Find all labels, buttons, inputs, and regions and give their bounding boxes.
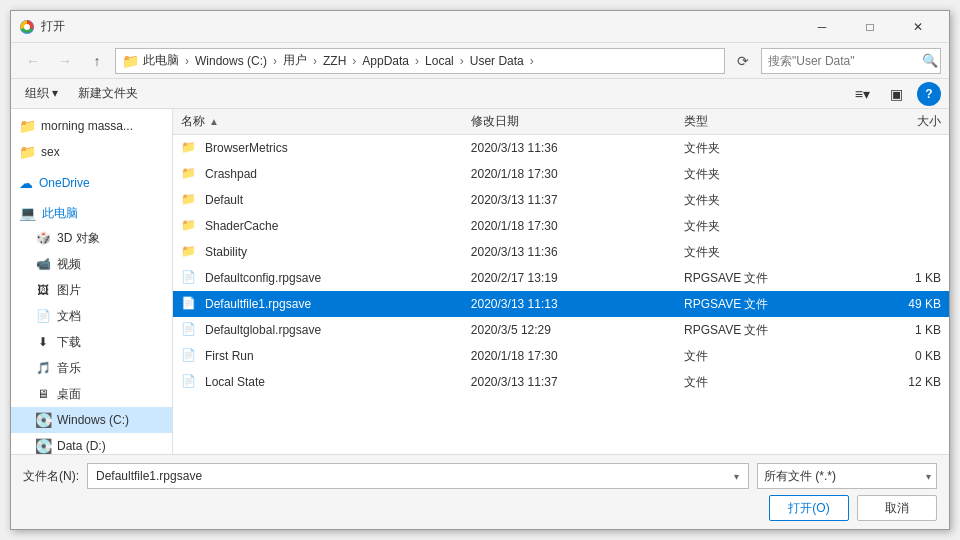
address-part-zzh: ZZH (323, 54, 346, 68)
sidebar-item-videos[interactable]: 📹 视频 (11, 251, 172, 277)
file-row-stability[interactable]: 📁 Stability 2020/3/13 11:36 文件夹 (173, 239, 949, 265)
drive-icon: 💽 (35, 438, 51, 454)
col-header-type[interactable]: 类型 (676, 113, 845, 130)
filename-label: 文件名(N): (23, 468, 79, 485)
filename-row: 文件名(N): ▾ 所有文件 (*.*) ▾ (23, 463, 937, 489)
sidebar-label: sex (41, 145, 60, 159)
folder-icon: 📁 (181, 244, 197, 260)
col-header-size[interactable]: 大小 (845, 113, 949, 130)
video-icon: 📹 (35, 256, 51, 272)
help-button[interactable]: ? (917, 82, 941, 106)
sidebar-item-desktop[interactable]: 🖥 桌面 (11, 381, 172, 407)
sidebar-item-pictures[interactable]: 🖼 图片 (11, 277, 172, 303)
computer-icon: 💻 (19, 205, 36, 221)
file-icon: 📄 (181, 348, 197, 364)
forward-button[interactable]: → (51, 48, 79, 74)
sidebar-item-music[interactable]: 🎵 音乐 (11, 355, 172, 381)
close-button[interactable]: ✕ (895, 11, 941, 43)
open-button[interactable]: 打开(O) (769, 495, 849, 521)
file-row-browsermetrics[interactable]: 📁 BrowserMetrics 2020/3/13 11:36 文件夹 (173, 135, 949, 161)
minimize-button[interactable]: ─ (799, 11, 845, 43)
sidebar-item-3d-objects[interactable]: 🎲 3D 对象 (11, 225, 172, 251)
chrome-icon (19, 19, 35, 35)
sidebar-label: OneDrive (39, 176, 90, 190)
col-header-name[interactable]: 名称 ▲ (173, 113, 463, 130)
sidebar-item-morning-massa[interactable]: 📁 morning massa... (11, 113, 172, 139)
cancel-button[interactable]: 取消 (857, 495, 937, 521)
sidebar-item-onedrive[interactable]: ☁ OneDrive (11, 171, 172, 195)
folder-icon: 📁 (181, 192, 197, 208)
file-row-defaultfile1[interactable]: 📄 Defaultfile1.rpgsave 2020/3/13 11:13 R… (173, 291, 949, 317)
svg-point-2 (24, 24, 30, 30)
organize-button[interactable]: 组织 ▾ (19, 82, 64, 106)
file-row-defaultconfig[interactable]: 📄 Defaultconfig.rpgsave 2020/2/17 13:19 … (173, 265, 949, 291)
folder-icon: 📁 (19, 118, 35, 134)
window-controls: ─ □ ✕ (799, 11, 941, 43)
filetype-select[interactable]: 所有文件 (*.*) (757, 463, 937, 489)
file-icon: 📄 (181, 374, 197, 390)
folder-icon: 📁 (19, 144, 35, 160)
address-part-local: Local (425, 54, 454, 68)
sidebar-label: 图片 (57, 282, 81, 299)
filename-dropdown-button[interactable]: ▾ (723, 463, 749, 489)
filename-input[interactable] (87, 463, 749, 489)
sidebar: 📁 morning massa... 📁 sex ☁ OneDrive 💻 此电… (11, 109, 173, 454)
file-icon: 📄 (181, 270, 197, 286)
new-folder-button[interactable]: 新建文件夹 (72, 82, 144, 106)
download-icon: ⬇ (35, 334, 51, 350)
up-button[interactable]: ↑ (83, 48, 111, 74)
folder-icon: 📁 (181, 140, 197, 156)
file-row-crashpad[interactable]: 📁 Crashpad 2020/1/18 17:30 文件夹 (173, 161, 949, 187)
refresh-button[interactable]: ⟳ (729, 48, 757, 74)
drive-icon: 💽 (35, 412, 51, 428)
file-row-firstrun[interactable]: 📄 First Run 2020/1/18 17:30 文件 0 KB (173, 343, 949, 369)
main-content: 📁 morning massa... 📁 sex ☁ OneDrive 💻 此电… (11, 109, 949, 454)
col-header-date[interactable]: 修改日期 (463, 113, 676, 130)
music-icon: 🎵 (35, 360, 51, 376)
file-row-default[interactable]: 📁 Default 2020/3/13 11:37 文件夹 (173, 187, 949, 213)
3d-icon: 🎲 (35, 230, 51, 246)
sidebar-label: 音乐 (57, 360, 81, 377)
sidebar-item-windows-c[interactable]: 💽 Windows (C:) (11, 407, 172, 433)
address-part-c: Windows (C:) (195, 54, 267, 68)
address-part-pc: 此电脑 (143, 52, 179, 69)
sidebar-item-data-d[interactable]: 💽 Data (D:) (11, 433, 172, 454)
picture-icon: 🖼 (35, 282, 51, 298)
back-button[interactable]: ← (19, 48, 47, 74)
sidebar-label: 桌面 (57, 386, 81, 403)
address-part-userdata: User Data (470, 54, 524, 68)
search-input[interactable] (768, 54, 918, 68)
sidebar-item-this-pc[interactable]: 💻 此电脑 (11, 201, 172, 225)
maximize-button[interactable]: □ (847, 11, 893, 43)
file-row-defaultglobal[interactable]: 📄 Defaultglobal.rpgsave 2020/3/5 12:29 R… (173, 317, 949, 343)
file-row-shadercache[interactable]: 📁 ShaderCache 2020/1/18 17:30 文件夹 (173, 213, 949, 239)
file-row-localstate[interactable]: 📄 Local State 2020/3/13 11:37 文件 12 KB (173, 369, 949, 395)
filetype-wrapper: 所有文件 (*.*) ▾ (757, 463, 937, 489)
sidebar-item-downloads[interactable]: ⬇ 下载 (11, 329, 172, 355)
sidebar-item-sex[interactable]: 📁 sex (11, 139, 172, 165)
file-list: 名称 ▲ 修改日期 类型 大小 📁 BrowserMetrics (173, 109, 949, 454)
sidebar-label: Data (D:) (57, 439, 106, 453)
sidebar-label: 视频 (57, 256, 81, 273)
folder-icon: 📁 (181, 166, 197, 182)
file-icon: 📄 (181, 322, 197, 338)
view-button[interactable]: ≡▾ (849, 82, 876, 106)
bottom-bar: 文件名(N): ▾ 所有文件 (*.*) ▾ 打开(O) 取消 (11, 454, 949, 529)
document-icon: 📄 (35, 308, 51, 324)
sidebar-label: 此电脑 (42, 205, 78, 222)
address-bar[interactable]: 📁 此电脑 › Windows (C:) › 用户 › ZZH › AppDat… (115, 48, 725, 74)
file-icon: 📄 (181, 296, 197, 312)
sidebar-label: 下载 (57, 334, 81, 351)
dialog-title: 打开 (41, 18, 799, 35)
address-folder-icon: 📁 (122, 53, 139, 69)
pane-button[interactable]: ▣ (884, 82, 909, 106)
navigation-toolbar: ← → ↑ 📁 此电脑 › Windows (C:) › 用户 › ZZH › … (11, 43, 949, 79)
filename-input-wrapper: ▾ (87, 463, 749, 489)
sidebar-label: morning massa... (41, 119, 133, 133)
desktop-icon: 🖥 (35, 386, 51, 402)
file-list-header: 名称 ▲ 修改日期 类型 大小 (173, 109, 949, 135)
titlebar: 打开 ─ □ ✕ (11, 11, 949, 43)
sidebar-item-documents[interactable]: 📄 文档 (11, 303, 172, 329)
cloud-icon: ☁ (19, 175, 33, 191)
address-part-users: 用户 (283, 52, 307, 69)
